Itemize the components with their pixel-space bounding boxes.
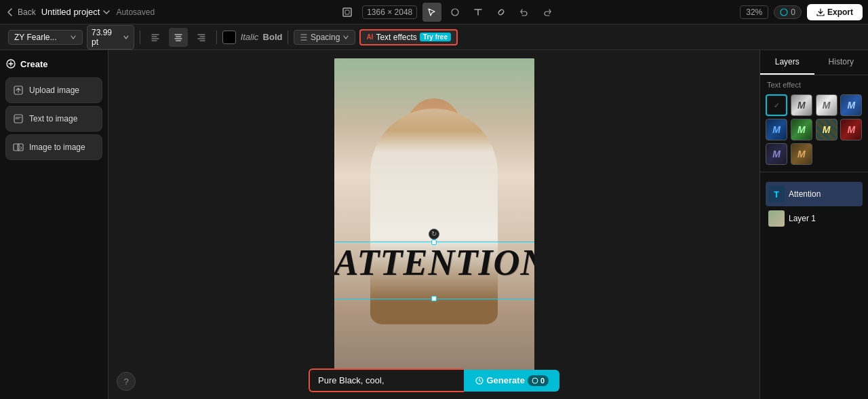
font-size-select[interactable]: 73.99 pt — [87, 25, 134, 50]
circle-tool[interactable] — [446, 3, 465, 22]
format-bar: ZY Fearle... 73.99 pt Italic Bold Spacin… — [0, 24, 868, 50]
text-effects-button[interactable]: AI Text effects Try free — [359, 29, 458, 45]
svg-rect-7 — [14, 144, 19, 151]
align-center-btn[interactable] — [169, 28, 188, 47]
svg-point-10 — [532, 378, 538, 383]
export-label: Export — [827, 7, 853, 17]
align-right-btn[interactable] — [192, 28, 211, 47]
bold-icon: Bold — [263, 32, 283, 42]
chevron-down-icon — [342, 34, 349, 41]
effect-dark2[interactable]: M — [766, 143, 787, 165]
upload-image-button[interactable]: Upload image — [5, 77, 102, 103]
undo-tool[interactable] — [515, 3, 534, 22]
prompt-bar: Generate 0 — [309, 368, 559, 392]
canvas-area[interactable]: ↻ ATTENTION Generate 0 — [108, 50, 760, 399]
divider — [288, 31, 288, 44]
project-name[interactable]: Untitled project — [41, 7, 100, 17]
layer-attention-name: Attention — [789, 189, 821, 199]
image-to-image-label: Image to image — [29, 142, 85, 152]
autosaved-label: Autosaved — [116, 7, 155, 17]
svg-point-3 — [781, 9, 787, 16]
align-left-btn[interactable] — [146, 28, 165, 47]
export-icon — [816, 8, 825, 16]
effect-blue1[interactable]: M — [840, 94, 862, 116]
dimension-display: 1366 × 2048 — [362, 5, 417, 19]
help-button[interactable]: ? — [117, 372, 136, 391]
image-layer-thumb — [768, 210, 785, 227]
text-effects-label: Text effects — [376, 33, 416, 42]
export-button[interactable]: Export — [807, 4, 863, 20]
italic-icon: Italic — [241, 32, 259, 42]
project-name-container: Untitled project — [41, 7, 111, 17]
attention-text: ATTENTION — [334, 242, 534, 283]
attention-text-layer: ATTENTION — [334, 244, 534, 281]
topbar-center: 1366 × 2048 — [160, 3, 734, 22]
try-free-badge: Try free — [420, 33, 451, 41]
bold-btn[interactable]: Bold — [263, 28, 282, 47]
right-tabs: Layers History — [760, 50, 868, 75]
text-to-image-button[interactable]: Text to image — [5, 106, 102, 132]
redo-tool[interactable] — [538, 3, 557, 22]
generate-credit-value: 0 — [540, 377, 545, 385]
text-to-image-icon — [13, 113, 24, 124]
toolbar-icons — [338, 3, 357, 22]
divider — [140, 31, 140, 44]
topbar-left: Back Untitled project Autosaved — [5, 7, 155, 17]
layers-section: T Attention Layer 1 — [760, 176, 868, 399]
create-icon — [5, 58, 16, 69]
upload-image-label: Upload image — [29, 86, 79, 95]
credit-small-icon — [532, 377, 538, 384]
layer-layer1-name: Layer 1 — [789, 214, 816, 223]
font-size-value: 73.99 pt — [92, 28, 120, 47]
person-body — [370, 109, 498, 325]
text-color-swatch[interactable] — [222, 31, 236, 44]
svg-point-2 — [452, 9, 458, 16]
zoom-value: 32% — [746, 7, 762, 17]
divider — [216, 31, 217, 44]
effect-metal2[interactable]: M — [816, 94, 837, 116]
effect-blue2[interactable]: M — [766, 119, 787, 140]
effect-mosaic[interactable]: M — [816, 119, 837, 140]
effect-grid: ✓ M M M M M M M M M — [760, 92, 868, 168]
create-header: Create — [5, 56, 102, 75]
prompt-input[interactable] — [309, 368, 464, 392]
layer-attention[interactable]: T Attention — [766, 182, 863, 206]
frame-tool-icon[interactable] — [338, 3, 357, 22]
effect-red[interactable]: M — [840, 119, 862, 140]
zoom-display[interactable]: 32% — [740, 5, 768, 19]
effect-green[interactable]: M — [791, 119, 812, 140]
font-family-select[interactable]: ZY Fearle... — [8, 30, 83, 45]
dimension-value: 1366 × 2048 — [367, 7, 412, 17]
link-tool[interactable] — [492, 3, 511, 22]
effect-wood[interactable]: M — [791, 143, 812, 165]
credit-badge: 0 — [774, 5, 802, 19]
spacing-icon — [300, 33, 308, 41]
divider — [760, 172, 868, 172]
generate-label: Generate — [487, 375, 525, 385]
tab-history[interactable]: History — [814, 50, 869, 75]
image-to-image-icon — [13, 142, 24, 153]
right-sidebar: Layers History Text effect ✓ M M M M M M… — [760, 50, 868, 399]
layer-layer1[interactable]: Layer 1 — [766, 206, 863, 231]
back-label: Back — [18, 7, 36, 17]
effect-metal1[interactable]: M — [791, 94, 812, 116]
credit-value: 0 — [791, 7, 795, 17]
italic-btn[interactable]: Italic — [240, 28, 259, 47]
canvas-image: ↻ ATTENTION — [334, 58, 534, 391]
effect-none[interactable]: ✓ — [766, 94, 787, 116]
image-to-image-button[interactable]: Image to image — [5, 134, 102, 160]
text-tool[interactable] — [469, 3, 488, 22]
tab-layers[interactable]: Layers — [760, 50, 814, 75]
back-icon — [5, 7, 15, 17]
ai-label: AI — [366, 33, 373, 41]
main-area: Create Upload image Text to image Image … — [0, 50, 868, 399]
spacing-button[interactable]: Spacing — [294, 30, 355, 45]
select-tool[interactable] — [422, 3, 441, 22]
text-effect-label: Text effect — [760, 75, 868, 92]
tool-buttons — [422, 3, 557, 22]
chevron-down-icon — [102, 8, 111, 16]
generate-button[interactable]: Generate 0 — [464, 370, 560, 392]
svg-rect-0 — [343, 8, 351, 16]
generate-credit: 0 — [528, 375, 549, 386]
back-button[interactable]: Back — [5, 7, 36, 17]
